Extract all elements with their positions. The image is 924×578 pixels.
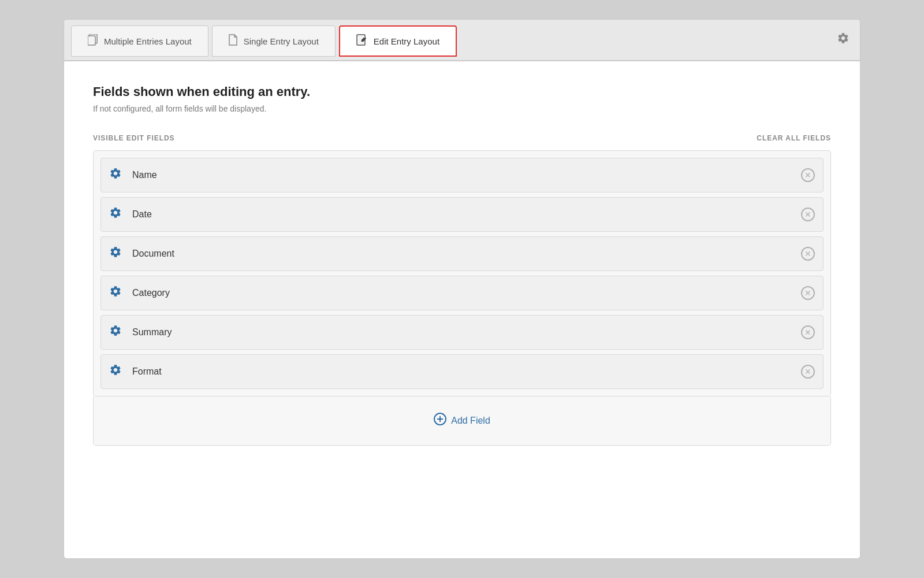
field-label-category: Category bbox=[132, 288, 801, 298]
remove-field-document-button[interactable]: ✕ bbox=[801, 247, 815, 261]
tab-multiple-entries[interactable]: Multiple Entries Layout bbox=[71, 25, 208, 57]
tab-edit-entry-label: Edit Entry Layout bbox=[374, 36, 439, 46]
edit-icon bbox=[356, 34, 368, 49]
tab-edit-entry[interactable]: Edit Entry Layout bbox=[339, 25, 457, 57]
add-field-area: Add Field bbox=[93, 397, 831, 446]
field-row-category[interactable]: Category ✕ bbox=[100, 276, 824, 310]
tab-single-entry-label: Single Entry Layout bbox=[244, 36, 319, 46]
page-subheading: If not configured, all form fields will … bbox=[93, 104, 831, 113]
remove-field-category-button[interactable]: ✕ bbox=[801, 286, 815, 300]
field-label-summary: Summary bbox=[132, 327, 801, 338]
field-row-date[interactable]: Date ✕ bbox=[100, 197, 824, 232]
field-label-date: Date bbox=[132, 209, 801, 220]
svg-rect-1 bbox=[88, 36, 95, 45]
field-settings-icon-summary[interactable] bbox=[109, 324, 122, 340]
field-settings-icon-name[interactable] bbox=[109, 167, 122, 183]
field-row-name[interactable]: Name ✕ bbox=[100, 158, 824, 192]
add-field-button[interactable]: Add Field bbox=[424, 408, 500, 433]
section-header: VISIBLE EDIT FIELDS CLEAR ALL FIELDS bbox=[93, 134, 831, 142]
fields-container: Name ✕ Date ✕ Document ✕ bbox=[93, 150, 831, 397]
remove-field-name-button[interactable]: ✕ bbox=[801, 168, 815, 182]
page-heading: Fields shown when editing an entry. bbox=[93, 84, 831, 99]
pages-icon bbox=[88, 34, 98, 49]
settings-button[interactable] bbox=[833, 28, 853, 51]
field-settings-icon-category[interactable] bbox=[109, 285, 122, 301]
field-row-document[interactable]: Document ✕ bbox=[100, 236, 824, 271]
clear-all-fields-button[interactable]: CLEAR ALL FIELDS bbox=[757, 134, 831, 142]
add-field-label: Add Field bbox=[451, 416, 490, 426]
tab-multiple-entries-label: Multiple Entries Layout bbox=[104, 36, 192, 46]
field-settings-icon-document[interactable] bbox=[109, 246, 122, 262]
field-label-name: Name bbox=[132, 170, 801, 180]
main-container: Multiple Entries Layout Single Entry Lay… bbox=[64, 19, 860, 559]
field-label-document: Document bbox=[132, 249, 801, 259]
tab-bar: Multiple Entries Layout Single Entry Lay… bbox=[64, 20, 860, 61]
remove-field-format-button[interactable]: ✕ bbox=[801, 365, 815, 379]
visible-fields-label: VISIBLE EDIT FIELDS bbox=[93, 134, 175, 142]
field-settings-icon-format[interactable] bbox=[109, 364, 122, 380]
remove-field-date-button[interactable]: ✕ bbox=[801, 208, 815, 221]
content-area: Fields shown when editing an entry. If n… bbox=[64, 61, 860, 558]
field-settings-icon-date[interactable] bbox=[109, 206, 122, 223]
plus-circle-icon bbox=[434, 413, 446, 429]
tab-single-entry[interactable]: Single Entry Layout bbox=[212, 25, 336, 57]
page-icon bbox=[229, 34, 238, 49]
remove-field-summary-button[interactable]: ✕ bbox=[801, 325, 815, 339]
field-row-format[interactable]: Format ✕ bbox=[100, 354, 824, 389]
field-label-format: Format bbox=[132, 366, 801, 377]
field-row-summary[interactable]: Summary ✕ bbox=[100, 315, 824, 350]
